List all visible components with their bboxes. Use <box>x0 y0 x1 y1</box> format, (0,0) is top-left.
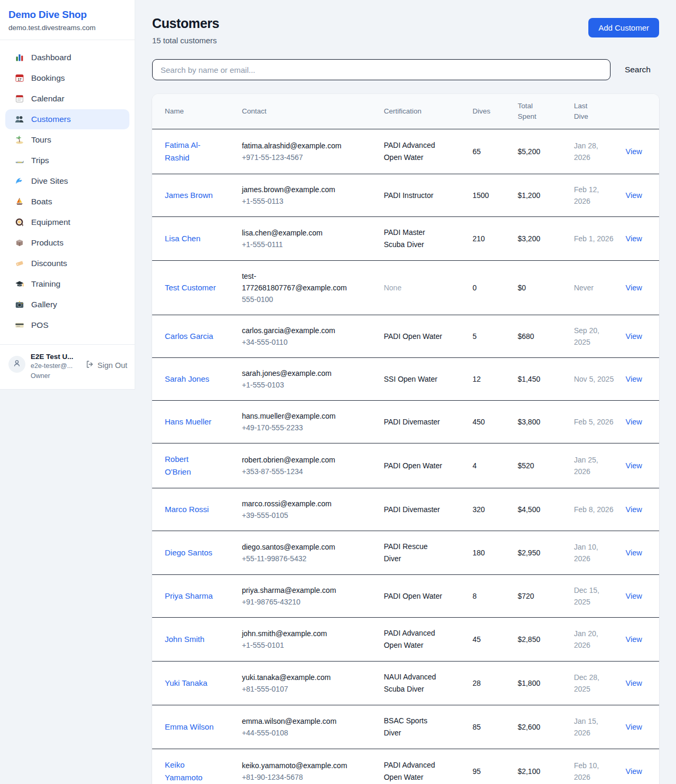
sidebar-item-products[interactable]: Products <box>5 233 129 253</box>
customer-name-link[interactable]: Carlos Garcia <box>165 330 213 343</box>
customer-total-spent: $3,200 <box>518 217 574 261</box>
wave-icon <box>15 176 24 186</box>
sidebar: Demo Dive Shop demo.test.divestreams.com… <box>0 0 135 390</box>
customer-certification: None <box>384 282 401 294</box>
search-input[interactable] <box>152 59 611 80</box>
sidebar-item-pos[interactable]: POS <box>5 315 129 335</box>
sidebar-item-label: Gallery <box>31 300 57 309</box>
customer-certification: PADI Open Water <box>384 330 442 343</box>
column-header-contact: Contact <box>242 94 384 129</box>
customer-name-link[interactable]: Hans Mueller <box>165 415 211 428</box>
view-link[interactable]: View <box>626 234 642 243</box>
customer-phone: +44-555-0108 <box>242 727 351 739</box>
sidebar-item-bookings[interactable]: 17Bookings <box>5 68 129 88</box>
sign-out-button[interactable]: Sign Out <box>86 353 127 370</box>
table-row: Yuki Tanaka yuki.tanaka@example.com +81-… <box>152 662 659 705</box>
sidebar-item-label: Boats <box>31 197 52 206</box>
customer-email: diego.santos@example.com <box>242 541 351 553</box>
view-link[interactable]: View <box>626 635 642 644</box>
customer-total-spent: $3,800 <box>518 401 574 443</box>
customer-dives: 5 <box>473 315 518 358</box>
customer-name-link[interactable]: Emma Wilson <box>165 721 214 733</box>
customer-dives: 450 <box>473 401 518 443</box>
customer-email: sarah.jones@example.com <box>242 367 351 379</box>
svg-text:17: 17 <box>17 78 22 81</box>
sidebar-item-trips[interactable]: Trips <box>5 150 129 171</box>
customer-email: marco.rossi@example.com <box>242 498 351 509</box>
shop-title: Demo Dive Shop <box>8 9 126 21</box>
column-header-certification: Certification <box>384 94 473 129</box>
customer-certification: PADI Rescue Diver <box>384 541 446 565</box>
credit-card-icon <box>15 320 24 330</box>
customer-phone: +34-555-0110 <box>242 336 351 348</box>
sign-out-label: Sign Out <box>98 361 127 370</box>
customer-name-link[interactable]: Marco Rossi <box>165 503 209 516</box>
customer-name-link[interactable]: Priya Sharma <box>165 590 213 602</box>
view-link[interactable]: View <box>626 284 642 292</box>
table-row: Priya Sharma priya.sharma@example.com +9… <box>152 575 659 618</box>
customer-certification: PADI Advanced Open Water <box>384 139 446 164</box>
sidebar-item-label: Training <box>31 279 60 289</box>
users-icon <box>15 115 24 124</box>
view-link[interactable]: View <box>626 505 642 514</box>
sign-out-icon <box>86 360 94 370</box>
customer-name-link[interactable]: Robert O'Brien <box>165 453 217 478</box>
customer-last-dive: Feb 1, 2026 <box>574 233 614 244</box>
customer-certification: PADI Open Water <box>384 590 442 602</box>
view-link[interactable]: View <box>626 332 642 341</box>
sidebar-item-boats[interactable]: Boats <box>5 192 129 212</box>
island-icon <box>15 135 24 145</box>
customer-email: fatima.alrashid@example.com <box>242 140 351 152</box>
customer-total-spent: $0 <box>518 261 574 315</box>
customer-phone: 555-0100 <box>242 294 351 305</box>
customer-name-link[interactable]: Diego Santos <box>165 546 212 559</box>
view-link[interactable]: View <box>626 375 642 383</box>
customer-email: robert.obrien@example.com <box>242 454 351 466</box>
customer-name-link[interactable]: Test Customer <box>165 281 216 294</box>
sidebar-item-label: Products <box>31 238 63 248</box>
add-customer-button[interactable]: Add Customer <box>588 18 659 37</box>
brand-header[interactable]: Demo Dive Shop demo.test.divestreams.com <box>0 0 135 40</box>
sidebar-item-discounts[interactable]: Discounts <box>5 253 129 273</box>
customer-name-link[interactable]: James Brown <box>165 189 213 202</box>
sidebar-item-dashboard[interactable]: Dashboard <box>5 48 129 68</box>
sidebar-item-calendar[interactable]: Calendar <box>5 89 129 109</box>
sidebar-item-label: Equipment <box>31 218 70 227</box>
sidebar-item-customers[interactable]: Customers <box>5 109 129 129</box>
customer-name-link[interactable]: John Smith <box>165 633 204 646</box>
customer-name-link[interactable]: Yuki Tanaka <box>165 677 208 689</box>
customer-name-link[interactable]: Sarah Jones <box>165 373 209 385</box>
sidebar-item-tours[interactable]: Tours <box>5 130 129 150</box>
view-link[interactable]: View <box>626 418 642 426</box>
table-row: Emma Wilson emma.wilson@example.com +44-… <box>152 705 659 749</box>
customer-name-link[interactable]: Fatima Al-Rashid <box>165 139 217 164</box>
customer-phone: +81-90-1234-5678 <box>242 771 351 783</box>
customers-table: NameContactCertificationDivesTotal Spent… <box>152 94 659 784</box>
customer-total-spent: $1,800 <box>518 662 574 705</box>
customer-last-dive: Jan 28, 2026 <box>574 140 614 163</box>
table-header-row: NameContactCertificationDivesTotal Spent… <box>152 94 659 129</box>
view-link[interactable]: View <box>626 191 642 200</box>
customer-last-dive: Nov 5, 2025 <box>574 373 614 385</box>
view-link[interactable]: View <box>626 549 642 557</box>
view-link[interactable]: View <box>626 592 642 600</box>
sidebar-item-training[interactable]: Training <box>5 274 129 294</box>
table-row: Lisa Chen lisa.chen@example.com +1-555-0… <box>152 217 659 261</box>
view-link[interactable]: View <box>626 147 642 156</box>
view-link[interactable]: View <box>626 679 642 687</box>
customer-total-spent: $2,600 <box>518 705 574 749</box>
customer-email: priya.sharma@example.com <box>242 584 351 596</box>
view-link[interactable]: View <box>626 767 642 776</box>
view-link[interactable]: View <box>626 461 642 470</box>
page-title: Customers <box>152 16 219 31</box>
sidebar-item-gallery[interactable]: Gallery <box>5 295 129 315</box>
customer-total-spent: $1,450 <box>518 358 574 401</box>
sidebar-item-dive-sites[interactable]: Dive Sites <box>5 171 129 191</box>
customer-certification: NAUI Advanced Scuba Diver <box>384 671 446 695</box>
view-link[interactable]: View <box>626 723 642 731</box>
customer-last-dive: Sep 20, 2025 <box>574 325 614 348</box>
customer-name-link[interactable]: Keiko Yamamoto <box>165 759 217 784</box>
search-button[interactable]: Search <box>611 65 659 74</box>
customer-name-link[interactable]: Lisa Chen <box>165 232 201 245</box>
sidebar-item-equipment[interactable]: Equipment <box>5 212 129 232</box>
